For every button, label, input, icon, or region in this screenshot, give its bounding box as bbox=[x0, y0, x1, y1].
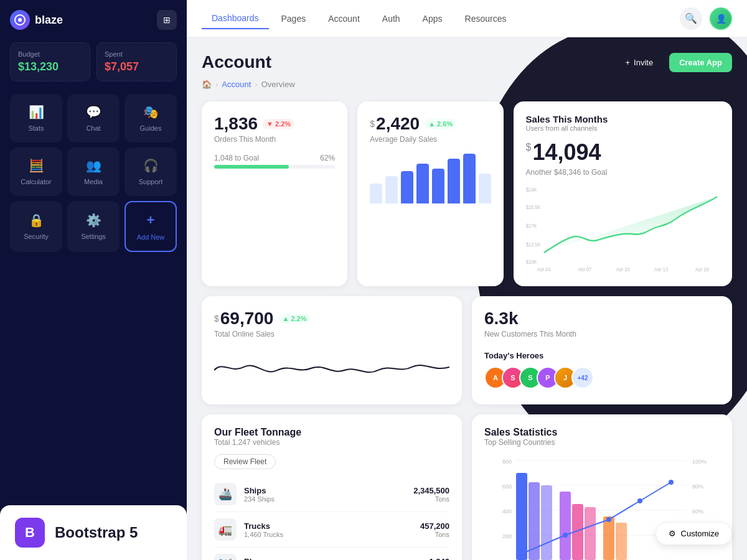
topnav-account[interactable]: Account bbox=[318, 9, 370, 29]
create-app-button[interactable]: Create App bbox=[669, 53, 732, 72]
sidebar-item-add-new[interactable]: + Add New bbox=[125, 201, 177, 252]
bar-8 bbox=[479, 174, 491, 203]
progress-label: 1,048 to Goal bbox=[214, 154, 259, 162]
breadcrumb: 🏠 › Account › Overview bbox=[202, 80, 732, 89]
topnav-apps[interactable]: Apps bbox=[413, 9, 453, 29]
orders-label: Orders This Month bbox=[214, 135, 335, 144]
topnav-actions: 🔍 👤 bbox=[680, 7, 732, 30]
fleet-unit-ships: Tons bbox=[413, 495, 449, 503]
sidebar-item-calculator[interactable]: 🧮 Calculator bbox=[10, 147, 62, 196]
online-sales-number: 69,700 bbox=[220, 309, 274, 329]
content-scroll: Account + Invite Create App 🏠 › Account … bbox=[187, 37, 747, 560]
invite-button[interactable]: + Invite bbox=[615, 53, 663, 72]
fleet-count-ships: 234 Ships bbox=[244, 495, 406, 503]
topnav-resources[interactable]: Resources bbox=[455, 9, 517, 29]
fleet-name-planes: Planes bbox=[244, 557, 421, 561]
sidebar-item-settings[interactable]: ⚙️ Settings bbox=[67, 201, 120, 252]
sidebar-header: blaze ⊞ bbox=[10, 10, 177, 30]
orders-card: 1,836 ▼ 2.2% Orders This Month 1,048 to … bbox=[202, 101, 347, 286]
progress-bar-fill bbox=[214, 165, 289, 169]
online-sales-card: $ 69,700 ▲ 2.2% Total Online Sales bbox=[202, 296, 462, 404]
svg-text:100%: 100% bbox=[692, 459, 707, 465]
main-area: Dashboards Pages Account Auth Apps Resou… bbox=[187, 0, 747, 560]
sidebar-item-chat[interactable]: 💬 Chat bbox=[67, 94, 120, 142]
breadcrumb-overview: Overview bbox=[261, 80, 295, 89]
fleet-name-trucks: Trucks bbox=[244, 521, 413, 531]
sidebar-item-security[interactable]: 🔒 Security bbox=[10, 201, 62, 252]
breadcrumb-account[interactable]: Account bbox=[222, 80, 251, 89]
orders-number: 1,836 bbox=[214, 114, 258, 134]
customize-icon: ⚙ bbox=[669, 529, 676, 538]
sidebar-menu-button[interactable]: ⊞ bbox=[157, 10, 177, 30]
fleet-info-trucks: Trucks 1,460 Trucks bbox=[244, 521, 413, 538]
fleet-value-ships: 2,345,500 Tons bbox=[413, 486, 449, 503]
sidebar-item-guides[interactable]: 🎭 Guides bbox=[125, 94, 177, 142]
orders-badge: ▼ 2.2% bbox=[263, 119, 294, 129]
media-icon: 👥 bbox=[86, 158, 101, 173]
svg-point-32 bbox=[519, 551, 524, 556]
bar-2 bbox=[385, 176, 398, 203]
bootstrap-badge: B Bootstrap 5 bbox=[0, 505, 187, 560]
ships-icon: 🚢 bbox=[214, 483, 237, 505]
settings-label: Settings bbox=[81, 233, 106, 240]
search-icon: 🔍 bbox=[685, 12, 697, 24]
chat-icon: 💬 bbox=[86, 105, 101, 119]
media-label: Media bbox=[84, 178, 103, 185]
add-new-label: Add New bbox=[137, 233, 165, 241]
svg-point-35 bbox=[637, 498, 642, 503]
bar-chart bbox=[370, 154, 491, 203]
budget-row: Budget $13,230 Spent $7,057 bbox=[10, 42, 177, 82]
customize-button[interactable]: ⚙ Customize bbox=[655, 522, 732, 545]
sales-big-num: 14,094 bbox=[532, 139, 601, 166]
heroes-count: +42 bbox=[571, 366, 594, 389]
svg-text:400: 400 bbox=[502, 508, 512, 515]
dollar-prefix: $ bbox=[370, 119, 375, 129]
customers-label: New Customers This Month bbox=[484, 330, 720, 338]
calculator-label: Calculator bbox=[21, 178, 52, 185]
svg-text:Apr 07: Apr 07 bbox=[578, 266, 591, 271]
add-new-icon: + bbox=[147, 212, 155, 228]
sidebar-item-support[interactable]: 🎧 Support bbox=[125, 147, 177, 196]
logo-text: blaze bbox=[35, 14, 63, 27]
sidebar: blaze ⊞ Budget $13,230 Spent $7,057 📊 St… bbox=[0, 0, 187, 560]
topnav-pages[interactable]: Pages bbox=[271, 9, 316, 29]
topnav-auth[interactable]: Auth bbox=[372, 9, 410, 29]
nav-grid: 📊 Stats 💬 Chat 🎭 Guides 🧮 Calculator 👥 M… bbox=[10, 94, 177, 252]
fleet-unit-trucks: Tons bbox=[420, 531, 449, 538]
daily-sales-number: 2,420 bbox=[376, 114, 420, 134]
spent-amount: $7,057 bbox=[105, 60, 169, 73]
svg-rect-26 bbox=[541, 485, 552, 560]
content-inner: Account + Invite Create App 🏠 › Account … bbox=[202, 52, 732, 560]
online-sales-badge: ▲ 2.2% bbox=[278, 314, 310, 324]
breadcrumb-home-icon: 🏠 bbox=[202, 80, 212, 89]
menu-icon: ⊞ bbox=[163, 15, 171, 25]
topnav: Dashboards Pages Account Auth Apps Resou… bbox=[187, 0, 747, 37]
topnav-dashboards[interactable]: Dashboards bbox=[202, 8, 269, 29]
bootstrap-icon: B bbox=[15, 518, 45, 548]
fleet-row-trucks: 🚛 Trucks 1,460 Trucks 457,200 Tons bbox=[214, 512, 449, 548]
review-fleet-button[interactable]: Review Fleet bbox=[214, 454, 276, 469]
svg-point-34 bbox=[606, 517, 611, 522]
sidebar-item-media[interactable]: 👥 Media bbox=[67, 147, 120, 196]
support-icon: 🎧 bbox=[143, 158, 159, 173]
search-button[interactable]: 🔍 bbox=[680, 7, 702, 30]
chat-label: Chat bbox=[86, 124, 100, 132]
fleet-title: Our Fleet Tonnage bbox=[214, 427, 449, 438]
sidebar-item-stats[interactable]: 📊 Stats bbox=[10, 94, 62, 142]
sales-month-card: Sales This Months Users from all channel… bbox=[514, 101, 732, 286]
progress-bar-bg bbox=[214, 165, 335, 169]
bar-4 bbox=[416, 164, 429, 203]
budget-card: Budget $13,230 bbox=[10, 42, 90, 82]
fleet-name-ships: Ships bbox=[244, 486, 406, 495]
user-avatar[interactable]: 👤 bbox=[710, 7, 732, 30]
heroes-title: Today's Heroes bbox=[484, 351, 720, 360]
security-icon: 🔒 bbox=[29, 213, 44, 228]
calculator-icon: 🧮 bbox=[29, 158, 44, 173]
fleet-card: Our Fleet Tonnage Total 1,247 vehicles R… bbox=[202, 414, 462, 560]
daily-sales-label: Average Daily Sales bbox=[370, 135, 491, 144]
svg-rect-31 bbox=[616, 523, 627, 560]
bar-6 bbox=[448, 159, 460, 203]
heroes-avatars: A S S P J +42 bbox=[484, 366, 720, 389]
spent-label: Spent bbox=[105, 50, 169, 58]
svg-point-36 bbox=[669, 480, 674, 485]
